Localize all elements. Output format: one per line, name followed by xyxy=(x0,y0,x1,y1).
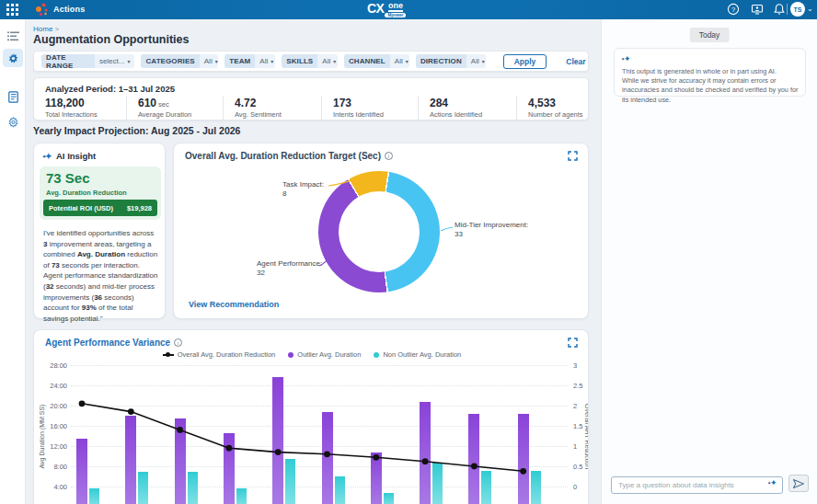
ai-assistant-panel: Today ✦✦ This output is generated in who… xyxy=(601,19,817,504)
non-outlier-bar[interactable] xyxy=(481,471,491,504)
ai-insight-title: AI Insight xyxy=(56,151,96,161)
left-sidebar xyxy=(0,19,26,504)
ai-sparkle-icon: ✦✦ xyxy=(768,478,777,487)
stat-total-interactions: 118,200Total Interactions xyxy=(34,96,126,120)
filter-skills[interactable]: SKILLSAll▾ xyxy=(282,54,338,68)
breadcrumb[interactable]: Home > xyxy=(33,25,59,33)
app-launcher-icon[interactable] xyxy=(6,4,18,16)
duration-reduction-label: Avg. Duration Reduction xyxy=(46,189,127,197)
chevron-down-icon: ▾ xyxy=(406,58,408,64)
outlier-bar[interactable] xyxy=(468,414,479,504)
menu-list-icon xyxy=(7,31,19,41)
y-tick-right: 1.5 xyxy=(573,422,588,430)
variance-plot: Avg Duration (MM:SS) Overall AHT Reducti… xyxy=(34,330,589,504)
non-outlier-bar[interactable] xyxy=(384,493,394,504)
gridline xyxy=(71,446,568,447)
actions-logo-icon xyxy=(33,2,50,17)
automation-gear-icon xyxy=(7,52,19,64)
ai-disclaimer-card: ✦✦ This output is generated in whole or … xyxy=(614,48,806,97)
y-tick-left: 24:00 xyxy=(40,382,67,390)
chat-question-input[interactable] xyxy=(611,476,783,494)
filter-categories[interactable]: CATEGORIESAll▾ xyxy=(141,54,218,68)
y-tick-left: 12:00 xyxy=(40,442,67,451)
today-badge: Today xyxy=(690,28,730,42)
y-axis-left-label: Avg Duration (MM:SS) xyxy=(39,405,45,469)
outlier-bar[interactable] xyxy=(371,452,382,504)
stat-actions-identified: 284Actions Identified xyxy=(418,96,516,120)
non-outlier-bar[interactable] xyxy=(138,472,148,504)
screen-share-icon[interactable] xyxy=(751,3,764,16)
notifications-bell-icon[interactable] xyxy=(773,3,786,16)
y-tick-left: 8:00 xyxy=(40,463,67,471)
non-outlier-bar[interactable] xyxy=(531,471,541,504)
y-tick-right: 0 xyxy=(573,483,588,491)
sidebar-item-automation[interactable] xyxy=(3,49,23,67)
chevron-down-icon: ▾ xyxy=(127,58,130,64)
expand-icon[interactable] xyxy=(568,151,578,161)
send-paper-plane-icon xyxy=(793,479,804,488)
send-button[interactable] xyxy=(788,475,809,492)
y-tick-right: 2 xyxy=(573,402,588,410)
outlier-bar[interactable] xyxy=(125,416,136,504)
sidebar-item-forms[interactable] xyxy=(3,87,23,106)
info-icon[interactable]: i xyxy=(385,152,393,160)
filter-channel[interactable]: CHANNELAll▾ xyxy=(344,54,409,68)
callout-task-impact: Task Impact:8 xyxy=(282,180,324,200)
outlier-bar[interactable] xyxy=(272,377,283,504)
donut-chart-title-row: Overall Avg. Duration Reduction Target (… xyxy=(185,151,393,161)
ai-insight-card: ✦✦ AI Insight 73 Sec Avg. Duration Reduc… xyxy=(33,143,166,319)
stat-average-duration: 610 secAverage Duration xyxy=(126,96,223,120)
y-tick-right: 2.5 xyxy=(573,382,588,390)
user-avatar[interactable]: TS xyxy=(790,2,805,17)
chevron-down-icon: ▾ xyxy=(482,58,485,64)
non-outlier-bar[interactable] xyxy=(335,476,345,504)
y-tick-left: 20:00 xyxy=(40,402,67,410)
analyzed-period-title: Analyzed Period: 1–31 Jul 2025 xyxy=(45,84,175,94)
stat-number-of-agents: 4,533Number of agents xyxy=(516,96,590,120)
help-icon[interactable]: ? xyxy=(727,3,740,16)
non-outlier-bar[interactable] xyxy=(432,463,443,504)
analyzed-period-card: Analyzed Period: 1–31 Jul 2025 118,200To… xyxy=(33,77,589,120)
y-tick-left: 28:00 xyxy=(40,361,67,370)
gridline xyxy=(71,406,568,407)
non-outlier-bar[interactable] xyxy=(188,472,198,504)
sidebar-item-list[interactable] xyxy=(3,27,23,45)
chevron-down-icon: ▾ xyxy=(333,58,336,64)
insight-paragraph: I've identified opportunities across 3 i… xyxy=(43,228,159,324)
apply-button[interactable]: Apply xyxy=(503,54,547,69)
y-tick-left: 16:00 xyxy=(40,422,67,430)
outlier-bar[interactable] xyxy=(175,418,186,504)
view-recommendation-link[interactable]: View Recommendation xyxy=(189,300,279,309)
filter-direction[interactable]: DIRECTIONAll▾ xyxy=(416,54,486,68)
filter-date-range[interactable]: DATE RANGEselect...▾ xyxy=(41,54,134,68)
ai-disclaimer-text: This output is generated in whole or in … xyxy=(622,67,800,105)
roi-label: Potential ROI (USD) xyxy=(49,204,113,212)
clear-button[interactable]: Clear xyxy=(566,57,585,66)
duration-reduction-value: 73 Sec xyxy=(46,170,90,186)
y-tick-right: 3 xyxy=(573,361,588,370)
gridline xyxy=(71,466,568,467)
agent-performance-variance-card: Agent Performance Variance i Overall Avg… xyxy=(33,329,589,504)
filter-team[interactable]: TEAMAll▾ xyxy=(224,54,275,68)
outlier-bar[interactable] xyxy=(518,414,529,504)
app-title: Actions xyxy=(53,5,85,14)
non-outlier-bar[interactable] xyxy=(89,488,99,504)
roi-value: $19,928 xyxy=(127,204,152,212)
filter-bar: DATE RANGEselect...▾CATEGORIESAll▾TEAMAl… xyxy=(33,51,589,72)
stats-row: 118,200Total Interactions610 secAverage … xyxy=(34,96,590,120)
header-divider xyxy=(787,4,788,15)
outlier-bar[interactable] xyxy=(322,412,333,504)
outlier-bar[interactable] xyxy=(224,433,235,504)
breadcrumb-home-link[interactable]: Home xyxy=(33,25,52,33)
outlier-bar[interactable] xyxy=(76,439,87,504)
avatar-chevron-down-icon[interactable]: ⌄ xyxy=(807,5,813,13)
y-tick-right: 0.5 xyxy=(573,463,588,471)
outlier-bar[interactable] xyxy=(420,402,431,504)
non-outlier-bar[interactable] xyxy=(236,488,247,504)
ai-sparkle-icon: ✦✦ xyxy=(622,54,631,63)
insight-metric-panel: 73 Sec Avg. Duration Reduction Potential… xyxy=(40,166,161,220)
stat-intents-identified: 173Intents Identified xyxy=(321,96,418,120)
y-tick-right: 1 xyxy=(573,442,588,451)
sidebar-item-settings[interactable] xyxy=(3,113,23,132)
non-outlier-bar[interactable] xyxy=(285,459,295,504)
